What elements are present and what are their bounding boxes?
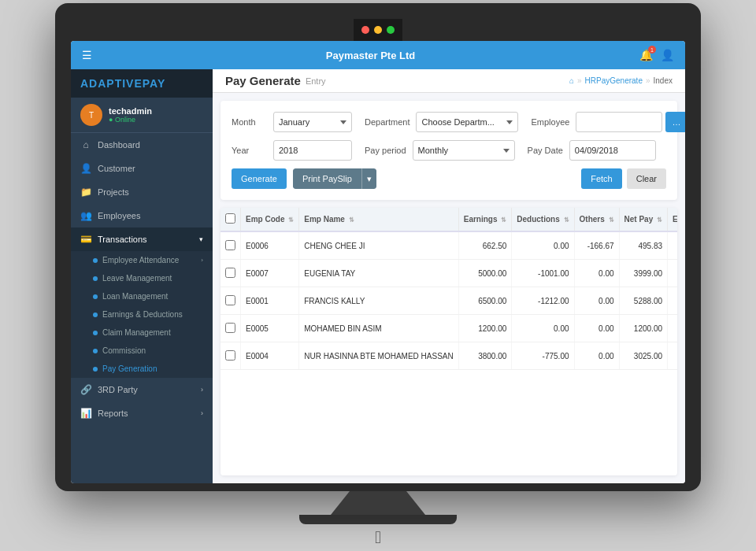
table-row: E0004 NUR HASINNA BTE MOHAMED HASSAN 380… xyxy=(220,342,677,370)
sidebar-item-transactions[interactable]: 💳 Transactions ▾ xyxy=(71,227,213,251)
emp-name-cell: MOHAMED BIN ASIM xyxy=(299,315,458,342)
sidebar-item-pay-generation[interactable]: Pay Generation xyxy=(71,360,213,378)
sub-item-label: Claim Management xyxy=(102,328,171,337)
sidebar-item-employee-attendance[interactable]: Employee Attendance › xyxy=(71,251,213,269)
employee-search-button[interactable]: … xyxy=(665,112,685,132)
table-body: E0006 CHENG CHEE JI 662.50 0.00 -166.67 … xyxy=(220,231,677,370)
table-header-row: Emp Code ⇅ Emp Name ⇅ Earnings ⇅ Deducti… xyxy=(220,208,677,231)
sidebar-item-commission[interactable]: Commission xyxy=(71,342,213,360)
employee-input-wrapper: … xyxy=(576,112,685,132)
print-payslip-button[interactable]: Print PaySlip xyxy=(293,168,361,189)
window-chrome xyxy=(354,19,402,41)
row-checkbox-cell[interactable] xyxy=(220,315,241,342)
print-payslip-group: Print PaySlip ▾ xyxy=(293,168,376,189)
dashboard-icon: ⌂ xyxy=(80,139,91,150)
user-info: techadmin ● Online xyxy=(109,106,152,124)
row-checkbox-cell[interactable] xyxy=(220,260,241,287)
fetch-button[interactable]: Fetch xyxy=(581,168,622,189)
logo: ADAPTIVEPAY xyxy=(71,69,213,98)
bullet-icon xyxy=(93,367,98,372)
others-cell: 0.00 xyxy=(574,315,619,342)
employee-cpf-header[interactable]: Employee CPF ⇅ xyxy=(668,208,677,231)
row-checkbox-cell[interactable] xyxy=(220,342,241,370)
employee-group: Employee … xyxy=(531,112,685,132)
pay-period-group: Pay period Monthly Weekly xyxy=(365,140,515,161)
left-actions: Generate Print PaySlip ▾ xyxy=(232,168,376,189)
sidebar-item-customer[interactable]: 👤 Customer xyxy=(71,157,213,180)
page-title-area: Pay Generate Entry xyxy=(225,74,326,87)
sidebar-item-3rd-party[interactable]: 🔗 3RD Party › xyxy=(71,378,213,401)
employee-label: Employee xyxy=(531,117,569,127)
net-pay-cell: 1200.00 xyxy=(619,315,667,342)
row-checkbox[interactable] xyxy=(225,350,235,361)
others-header[interactable]: Others ⇅ xyxy=(574,208,619,231)
minimize-button[interactable] xyxy=(374,26,382,34)
emp-code-cell: E0006 xyxy=(241,231,299,260)
sidebar-item-label: Projects xyxy=(98,187,129,197)
sidebar-item-projects[interactable]: 📁 Projects xyxy=(71,180,213,204)
screen: ☰ Paymaster Pte Ltd 🔔 1 👤 ADAPTIVEPAY xyxy=(71,41,685,483)
user-icon[interactable]: 👤 xyxy=(661,49,674,61)
net-pay-cell: 495.83 xyxy=(619,231,667,260)
menu-icon[interactable]: ☰ xyxy=(82,49,92,61)
pay-table-section: Emp Code ⇅ Emp Name ⇅ Earnings ⇅ Deducti… xyxy=(220,208,677,475)
table-row: E0005 MOHAMED BIN ASIM 1200.00 0.00 0.00… xyxy=(220,315,677,342)
row-checkbox[interactable] xyxy=(225,240,235,250)
sidebar-item-label: Dashboard xyxy=(98,140,140,150)
notification-icon[interactable]: 🔔 1 xyxy=(639,49,653,61)
select-all-checkbox[interactable] xyxy=(225,213,235,224)
emp-name-header[interactable]: Emp Name ⇅ xyxy=(299,208,458,231)
earnings-header[interactable]: Earnings ⇅ xyxy=(458,208,512,231)
select-all-header[interactable] xyxy=(220,208,241,231)
pay-period-select[interactable]: Monthly Weekly xyxy=(413,140,515,161)
maximize-button[interactable] xyxy=(387,26,395,34)
emp-code-cell: E0007 xyxy=(241,260,299,287)
bullet-icon xyxy=(93,294,98,299)
row-checkbox[interactable] xyxy=(225,323,235,333)
year-input[interactable] xyxy=(273,140,352,161)
sidebar-item-reports[interactable]: 📊 Reports › xyxy=(71,401,213,425)
table-row: E0001 FRANCIS KALLY 6500.00 -1212.00 0.0… xyxy=(220,287,677,315)
sidebar-item-leave-management[interactable]: Leave Management xyxy=(71,269,213,287)
earnings-cell: 3800.00 xyxy=(458,342,512,370)
pay-table: Emp Code ⇅ Emp Name ⇅ Earnings ⇅ Deducti… xyxy=(220,208,677,370)
avatar: T xyxy=(80,104,102,126)
earnings-cell: 5000.00 xyxy=(458,260,512,287)
breadcrumb-link-hrpaygenerate[interactable]: HRPayGenerate xyxy=(585,76,643,85)
others-cell: 0.00 xyxy=(574,342,619,370)
employee-cpf-cell: 0.00 xyxy=(668,315,677,342)
deductions-header[interactable]: Deductions ⇅ xyxy=(512,208,574,231)
pay-date-group: Pay Date xyxy=(528,140,656,161)
month-select[interactable]: January February March xyxy=(273,112,352,132)
clear-button[interactable]: Clear xyxy=(627,168,666,189)
transactions-icon: 💳 xyxy=(80,234,91,245)
row-checkbox[interactable] xyxy=(225,268,235,278)
home-icon[interactable]: ⌂ xyxy=(569,76,574,85)
breadcrumb-current: Index xyxy=(654,76,673,85)
breadcrumb: ⌂ » HRPayGenerate » Index xyxy=(569,76,673,85)
row-checkbox-cell[interactable] xyxy=(220,231,241,260)
pay-date-input[interactable] xyxy=(569,140,656,161)
form-row-1: Month January February March Department xyxy=(232,112,666,132)
sidebar-item-dashboard[interactable]: ⌂ Dashboard xyxy=(71,133,213,157)
print-payslip-dropdown[interactable]: ▾ xyxy=(361,168,376,189)
sidebar-item-claim-management[interactable]: Claim Management xyxy=(71,324,213,342)
form-row-2: Year Pay period Monthly Weekly xyxy=(232,140,666,161)
sidebar-item-label: Transactions xyxy=(98,235,147,244)
sidebar-item-employees[interactable]: 👥 Employees xyxy=(71,204,213,227)
net-pay-header[interactable]: Net Pay ⇅ xyxy=(619,208,667,231)
department-select[interactable]: Choose Departm... xyxy=(416,112,518,132)
deductions-cell: -1001.00 xyxy=(512,260,574,287)
generate-button[interactable]: Generate xyxy=(232,168,287,189)
emp-code-header[interactable]: Emp Code ⇅ xyxy=(241,208,299,231)
sidebar-item-loan-management[interactable]: Loan Management xyxy=(71,287,213,305)
row-checkbox[interactable] xyxy=(225,295,235,305)
close-button[interactable] xyxy=(361,26,369,34)
header-actions: 🔔 1 👤 xyxy=(639,49,674,61)
monitor-stand xyxy=(331,491,425,515)
row-checkbox-cell[interactable] xyxy=(220,287,241,315)
employee-input[interactable] xyxy=(576,112,662,132)
sub-item-label: Earnings & Deductions xyxy=(102,310,183,319)
sort-icon: ⇅ xyxy=(657,216,662,224)
sidebar-item-earnings-deductions[interactable]: Earnings & Deductions xyxy=(71,305,213,324)
